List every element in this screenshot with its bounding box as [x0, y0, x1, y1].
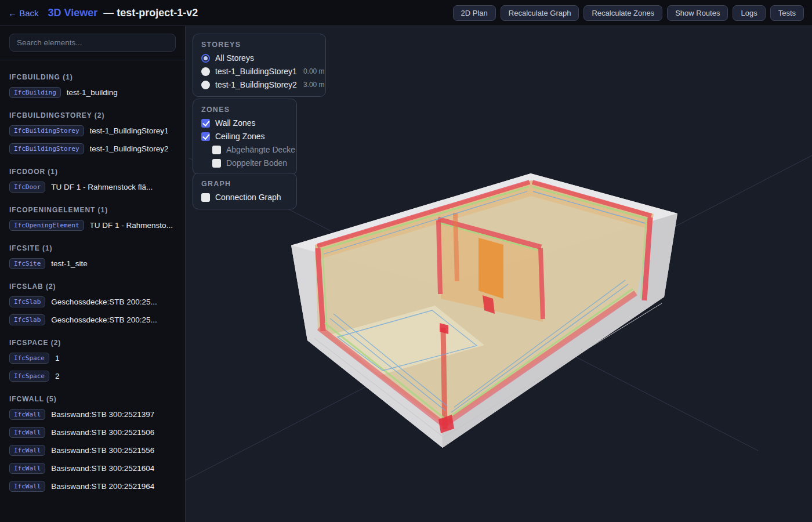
zones-panel: ZONES Wall Zones Ceiling Zones Abgehängt… — [193, 99, 297, 175]
item-label: Basiswand:STB 300:2521506 — [51, 428, 154, 437]
radio-icon[interactable] — [201, 67, 210, 76]
ifc-type-badge: IfcOpeningElement — [9, 220, 84, 231]
storey-elevation: 0.00 m — [303, 67, 325, 75]
item-label: TU DF 1 - Rahmenstock flä... — [51, 183, 153, 191]
ifc-type-badge: IfcBuildingStorey — [9, 143, 84, 154]
storeys-panel: STOREYS All Storeys test-1_BuildingStore… — [193, 34, 326, 97]
item-label: Geschossdecke:STB 200:25... — [51, 316, 157, 324]
tests-button[interactable]: Tests — [770, 5, 804, 21]
item-label: test-1_building — [67, 88, 118, 97]
group-title: IFCOPENINGELEMENT (1) — [9, 206, 176, 214]
checkbox-checked-icon[interactable] — [201, 119, 210, 128]
list-item[interactable]: IfcSpace 2 — [5, 368, 180, 385]
item-label: Basiswand:STB 300:2521556 — [51, 446, 154, 455]
ifc-type-badge: IfcBuilding — [9, 87, 61, 98]
viewport-3d[interactable]: STOREYS All Storeys test-1_BuildingStore… — [186, 26, 812, 522]
list-item[interactable]: IfcDoor TU DF 1 - Rahmenstock flä... — [5, 179, 180, 195]
checkbox-icon[interactable] — [201, 193, 210, 202]
ifc-type-badge: IfcSpace — [9, 353, 49, 364]
group-title: IFCSITE (1) — [9, 244, 176, 252]
app-title: 3D Viewer — [48, 7, 98, 19]
search-container — [0, 26, 185, 60]
list-item[interactable]: IfcWall Basiswand:STB 300:2521556 — [5, 442, 180, 459]
group-ifcwall: IFCWALL (5) IfcWall Basiswand:STB 300:25… — [0, 395, 185, 495]
ifc-type-badge: IfcBuildingStorey — [9, 125, 84, 136]
group-ifcbuildingstorey: IFCBUILDINGSTOREY (2) IfcBuildingStorey … — [0, 111, 185, 157]
list-item[interactable]: IfcBuilding test-1_building — [5, 84, 180, 101]
list-item[interactable]: IfcSpace 1 — [5, 350, 180, 367]
group-ifcbuilding: IFCBUILDING (1) IfcBuilding test-1_build… — [0, 73, 185, 101]
group-ifcspace: IFCSPACE (2) IfcSpace 1 IfcSpace 2 — [0, 339, 185, 385]
item-label: 1 — [55, 354, 60, 362]
back-link[interactable]: ← Back — [8, 8, 39, 18]
item-label: test-1_BuildingStorey2 — [90, 144, 169, 153]
ceiling-zones-toggle[interactable]: Ceiling Zones — [201, 132, 288, 141]
2d-plan-button[interactable]: 2D Plan — [453, 5, 496, 21]
list-item[interactable]: IfcOpeningElement TU DF 1 - Rahmensto... — [5, 217, 180, 234]
wall-zones-toggle[interactable]: Wall Zones — [201, 118, 288, 128]
recalculate-graph-button[interactable]: Recalculate Graph — [501, 5, 579, 21]
group-ifcdoor: IFCDOOR (1) IfcDoor TU DF 1 - Rahmenstoc… — [0, 168, 185, 195]
list-item[interactable]: IfcBuildingStorey test-1_BuildingStorey1 — [5, 122, 180, 139]
item-label: 2 — [55, 372, 60, 380]
graph-panel-title: GRAPH — [201, 180, 288, 188]
group-title: IFCBUILDING (1) — [9, 73, 176, 81]
group-title: IFCSLAB (2) — [9, 282, 176, 291]
list-item[interactable]: IfcWall Basiswand:STB 200:2521964 — [5, 478, 180, 495]
group-title: IFCDOOR (1) — [9, 168, 176, 176]
show-routes-button[interactable]: Show Routes — [667, 5, 728, 21]
ifc-type-badge: IfcSpace — [9, 371, 49, 382]
list-item[interactable]: IfcWall Basiswand:STB 300:2521506 — [5, 424, 180, 441]
checkbox-icon[interactable] — [212, 159, 221, 168]
radio-icon[interactable] — [201, 81, 210, 89]
ifc-type-badge: IfcWall — [9, 481, 45, 492]
group-title: IFCBUILDINGSTOREY (2) — [9, 111, 176, 119]
logs-button[interactable]: Logs — [733, 5, 765, 21]
storeys-panel-title: STOREYS — [201, 41, 317, 49]
list-item[interactable]: IfcWall Basiswand:STB 300:2521397 — [5, 406, 180, 423]
ifc-type-badge: IfcDoor — [9, 182, 45, 193]
list-item[interactable]: IfcWall Basiswand:STB 300:2521604 — [5, 460, 180, 477]
zone-label: Wall Zones — [215, 118, 256, 128]
doppelter-boden-toggle[interactable]: Doppelter Boden — [212, 158, 288, 168]
group-title: IFCSPACE (2) — [9, 339, 176, 347]
radio-selected-icon[interactable] — [201, 54, 210, 63]
storey-option-2[interactable]: test-1_BuildingStorey2 3.00 m — [201, 80, 317, 89]
door-zone — [478, 238, 503, 299]
ifc-type-badge: IfcWall — [9, 463, 45, 474]
recalculate-zones-button[interactable]: Recalculate Zones — [583, 5, 662, 21]
group-title: IFCWALL (5) — [9, 395, 176, 403]
list-item[interactable]: IfcSlab Geschossdecke:STB 200:25... — [5, 311, 180, 328]
ifc-type-badge: IfcWall — [9, 409, 45, 420]
storey-option-1[interactable]: test-1_BuildingStorey1 0.00 m — [201, 67, 317, 76]
item-label: Basiswand:STB 300:2521397 — [51, 410, 154, 419]
connection-graph-toggle[interactable]: Connection Graph — [201, 193, 288, 202]
checkbox-checked-icon[interactable] — [201, 132, 210, 141]
project-name: — test-project-1-v2 — [103, 7, 198, 19]
ifc-type-badge: IfcWall — [9, 445, 45, 456]
storey-option-all[interactable]: All Storeys — [201, 53, 317, 63]
zone-label: Ceiling Zones — [215, 132, 265, 141]
page-title: 3D Viewer — test-project-1-v2 — [48, 7, 198, 19]
item-label: Geschossdecke:STB 200:25... — [51, 298, 157, 306]
abgehaengte-decke-toggle[interactable]: Abgehängte Decke — [212, 145, 288, 154]
checkbox-icon[interactable] — [212, 146, 221, 154]
element-groups: IFCBUILDING (1) IfcBuilding test-1_build… — [0, 60, 185, 507]
zone-label: Doppelter Boden — [226, 158, 287, 168]
group-ifcslab: IFCSLAB (2) IfcSlab Geschossdecke:STB 20… — [0, 282, 185, 328]
group-ifcopeningelement: IFCOPENINGELEMENT (1) IfcOpeningElement … — [0, 206, 185, 234]
storey-label: test-1_BuildingStorey1 — [215, 67, 297, 76]
item-label: test-1_BuildingStorey1 — [90, 126, 169, 135]
group-ifcsite: IFCSITE (1) IfcSite test-1_site — [0, 244, 185, 272]
list-item[interactable]: IfcSite test-1_site — [5, 255, 180, 272]
search-input[interactable] — [9, 34, 176, 52]
graph-panel: GRAPH Connection Graph — [193, 173, 297, 209]
ifc-type-badge: IfcSlab — [9, 314, 45, 325]
storey-label: test-1_BuildingStorey2 — [215, 80, 297, 89]
graph-label: Connection Graph — [215, 193, 281, 202]
list-item[interactable]: IfcSlab Geschossdecke:STB 200:25... — [5, 293, 180, 310]
element-sidebar: IFCBUILDING (1) IfcBuilding test-1_build… — [0, 26, 186, 522]
ifc-type-badge: IfcWall — [9, 427, 45, 438]
list-item[interactable]: IfcBuildingStorey test-1_BuildingStorey2 — [5, 140, 180, 157]
storey-elevation: 3.00 m — [303, 81, 325, 89]
